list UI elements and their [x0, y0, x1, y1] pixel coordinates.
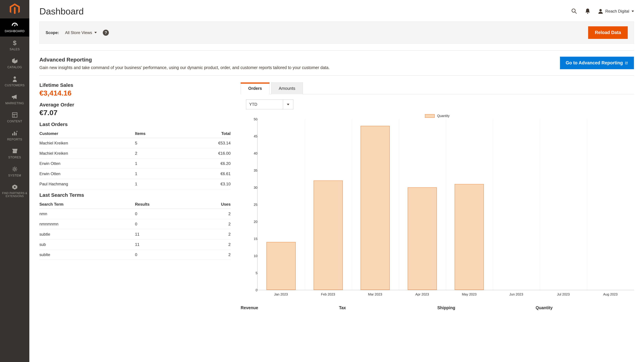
nav-content[interactable]: CONTENT — [0, 109, 29, 127]
average-order-value: €7.07 — [40, 109, 230, 117]
account-name: Reach Digital — [605, 9, 629, 13]
gauge-icon — [12, 21, 18, 28]
y-tick: 45 — [254, 134, 258, 138]
y-tick: 10 — [254, 254, 258, 258]
bell-icon[interactable] — [585, 8, 590, 14]
nav-label: CUSTOMERS — [5, 84, 25, 87]
summary-tax: Tax — [339, 305, 437, 310]
svg-point-10 — [14, 168, 16, 170]
scope-bar: Scope: All Store Views ? Reload Data — [40, 21, 634, 44]
x-tick: May 2023 — [446, 290, 493, 296]
svg-line-21 — [575, 12, 576, 13]
chart-bar[interactable] — [455, 184, 484, 290]
chart-legend: Quantity — [241, 114, 634, 118]
table-row[interactable]: Machiel Kreiken2€16.00 — [40, 148, 230, 159]
chevron-down-icon — [283, 100, 293, 109]
nav-sales[interactable]: $ SALES — [0, 36, 29, 55]
svg-rect-3 — [12, 113, 17, 117]
range-select[interactable]: YTD — [246, 99, 293, 109]
col-total: Total — [192, 129, 230, 138]
dollar-icon: $ — [12, 39, 17, 46]
svg-line-16 — [16, 170, 16, 171]
svg-point-2 — [14, 76, 16, 79]
col-uses: Uses — [192, 200, 230, 209]
admin-sidebar: DASHBOARD $ SALES CATALOG CUSTOMERS MARK… — [0, 0, 29, 362]
table-row[interactable]: sublte02 — [40, 250, 230, 260]
col-customer: Customer — [40, 129, 135, 138]
last-search-table: Search Term Results Uses nmn02nmnmnmn02s… — [40, 200, 230, 260]
svg-point-22 — [587, 13, 588, 14]
table-row[interactable]: Erwin Otten1€6.20 — [40, 159, 230, 169]
nav-label: STORES — [8, 156, 21, 159]
nav-label: CATALOG — [8, 65, 22, 69]
chevron-down-icon — [632, 10, 634, 12]
chart-bar[interactable] — [266, 242, 296, 290]
megaphone-icon — [12, 93, 18, 100]
y-tick: 35 — [254, 169, 258, 172]
person-icon — [12, 76, 17, 82]
advanced-reporting-button[interactable]: Go to Advanced Reporting — [560, 57, 634, 69]
nav-catalog[interactable]: CATALOG — [0, 54, 29, 72]
chart-bar[interactable] — [408, 187, 437, 290]
chart-bar[interactable] — [314, 180, 343, 290]
x-tick: Feb 2023 — [304, 290, 352, 296]
nav-reports[interactable]: REPORTS — [0, 127, 29, 145]
nav-marketing[interactable]: MARKETING — [0, 90, 29, 109]
help-icon[interactable]: ? — [103, 30, 109, 36]
col-results: Results — [135, 200, 192, 209]
y-tick: 20 — [254, 220, 258, 224]
page-title: Dashboard — [40, 6, 84, 16]
chart-area: Quantity 05101520253035404550 Jan 2023Fe… — [241, 114, 634, 296]
last-search-title: Last Search Terms — [40, 192, 230, 198]
y-tick: 30 — [254, 186, 258, 190]
table-row[interactable]: Paul Hachmang1€3.10 — [40, 179, 230, 189]
nav-stores[interactable]: STORES — [0, 145, 29, 163]
svg-line-18 — [16, 167, 16, 168]
range-selected: YTD — [246, 100, 283, 109]
x-tick: Jan 2023 — [258, 290, 304, 296]
lifetime-sales-value: €3,414.16 — [40, 89, 230, 97]
top-actions: Reach Digital — [571, 8, 634, 14]
svg-point-19 — [14, 186, 16, 188]
svg-point-9 — [16, 131, 18, 132]
nav-label: CONTENT — [7, 120, 22, 123]
table-row[interactable]: Erwin Otten1€6.61 — [40, 169, 230, 179]
col-term: Search Term — [40, 200, 135, 209]
tab-amounts[interactable]: Amounts — [271, 82, 303, 94]
svg-point-20 — [572, 9, 575, 12]
last-search-panel: Last Search Terms Search Term Results Us… — [40, 192, 230, 260]
search-icon[interactable] — [571, 8, 577, 14]
summary-row: Revenue Tax Shipping Quantity — [241, 305, 634, 310]
layout-icon — [12, 112, 18, 118]
nav-customers[interactable]: CUSTOMERS — [0, 72, 29, 91]
reload-data-button[interactable]: Reload Data — [588, 26, 628, 39]
svg-line-17 — [13, 170, 14, 171]
magento-logo[interactable] — [0, 0, 29, 18]
nav-partners[interactable]: FIND PARTNERS & EXTENSIONS — [0, 181, 29, 201]
table-row[interactable]: nmn02 — [40, 209, 230, 219]
table-row[interactable]: nmnmnmn02 — [40, 219, 230, 229]
puzzle-icon — [12, 184, 18, 190]
box-icon — [12, 57, 18, 64]
legend-label: Quantity — [437, 114, 450, 118]
table-row[interactable]: Machiel Kreiken5€53.14 — [40, 138, 230, 148]
last-orders-title: Last Orders — [40, 121, 230, 127]
user-icon — [598, 9, 603, 14]
chart-bar[interactable] — [360, 126, 390, 290]
scope-label: Scope: — [46, 30, 59, 35]
nav-dashboard[interactable]: DASHBOARD — [0, 18, 29, 36]
nav-label: REPORTS — [7, 138, 22, 141]
col-items: Items — [135, 129, 192, 138]
scope-selected: All Store Views — [65, 30, 92, 35]
y-tick: 50 — [254, 117, 258, 121]
nav-label: SYSTEM — [8, 174, 21, 177]
nav-system[interactable]: SYSTEM — [0, 163, 29, 181]
account-menu[interactable]: Reach Digital — [598, 9, 634, 14]
summary-shipping: Shipping — [438, 305, 536, 310]
table-row[interactable]: sub112 — [40, 240, 230, 250]
tab-orders[interactable]: Orders — [241, 82, 270, 94]
table-row[interactable]: subtle112 — [40, 229, 230, 240]
scope-select[interactable]: All Store Views — [65, 30, 97, 35]
lifetime-sales-label: Lifetime Sales — [40, 82, 230, 88]
x-tick: Jun 2023 — [493, 290, 540, 296]
